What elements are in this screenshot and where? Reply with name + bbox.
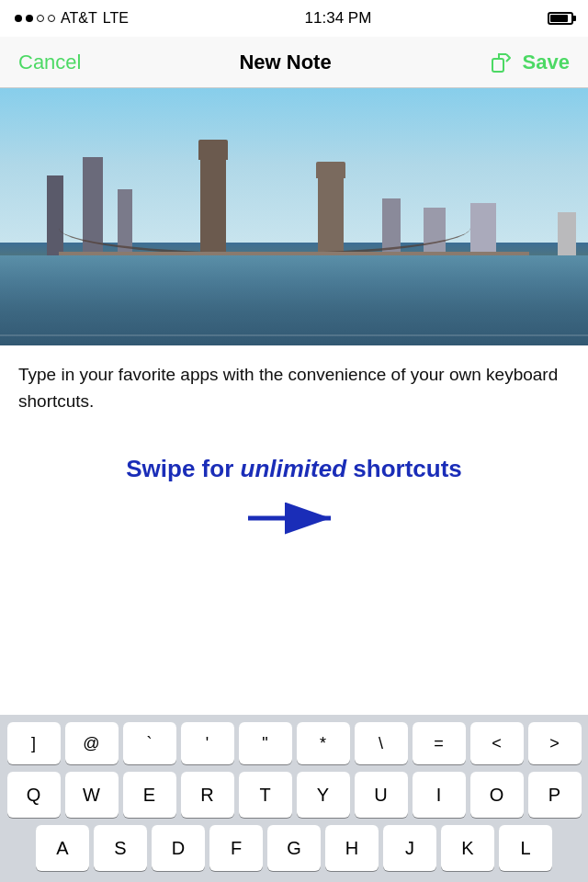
- key-d[interactable]: D: [152, 825, 205, 871]
- status-right: [548, 12, 573, 25]
- share-icon[interactable]: [490, 50, 515, 75]
- key-p[interactable]: P: [528, 772, 582, 818]
- key-o[interactable]: O: [470, 772, 524, 818]
- key-q[interactable]: Q: [7, 772, 61, 818]
- key-j[interactable]: J: [383, 825, 436, 871]
- dot2: [26, 15, 33, 22]
- key-quote[interactable]: ": [239, 722, 292, 764]
- status-time: 11:34 PM: [305, 9, 372, 28]
- content-area: Type in your favorite apps with the conv…: [0, 88, 588, 555]
- page-title: New Note: [239, 51, 331, 74]
- battery-icon: [548, 12, 573, 25]
- keyboard-row-q: Q W E R T Y U I O P: [4, 772, 584, 818]
- key-i[interactable]: I: [413, 772, 466, 818]
- key-lessthan[interactable]: <: [470, 722, 524, 764]
- key-u[interactable]: U: [355, 772, 408, 818]
- key-e[interactable]: E: [123, 772, 176, 818]
- signal-dots: [15, 15, 55, 22]
- water: [0, 255, 588, 345]
- key-l[interactable]: L: [499, 825, 552, 871]
- key-apostrophe[interactable]: ': [181, 722, 234, 764]
- network-type: LTE: [103, 10, 129, 27]
- water-ripple: [0, 334, 588, 336]
- keyboard-symbol-row: ] @ ` ' " * \ = < >: [4, 722, 584, 764]
- swipe-text-before: Swipe for: [126, 455, 240, 482]
- dot4: [48, 15, 55, 22]
- key-bracket[interactable]: ]: [7, 722, 61, 764]
- key-at[interactable]: @: [65, 722, 119, 764]
- dot3: [37, 15, 44, 22]
- arrow-container: [18, 500, 570, 537]
- swipe-text: Swipe for unlimited shortcuts: [18, 455, 570, 483]
- swipe-text-after: shortcuts: [346, 455, 462, 482]
- status-left: AT&T LTE: [15, 10, 129, 27]
- building6: [470, 203, 496, 258]
- key-a[interactable]: A: [36, 825, 89, 871]
- svg-rect-0: [492, 59, 503, 72]
- right-arrow-icon: [239, 500, 349, 537]
- carrier-name: AT&T: [61, 10, 97, 27]
- status-bar: AT&T LTE 11:34 PM: [0, 0, 588, 37]
- battery-fill: [550, 15, 568, 22]
- bridge-image: [0, 88, 588, 345]
- key-k[interactable]: K: [441, 825, 494, 871]
- key-t[interactable]: T: [239, 772, 292, 818]
- key-w[interactable]: W: [65, 772, 119, 818]
- key-h[interactable]: H: [325, 825, 379, 871]
- cancel-button[interactable]: Cancel: [18, 51, 81, 74]
- nav-bar: Cancel New Note Save: [0, 37, 588, 88]
- key-greaterthan[interactable]: >: [528, 722, 582, 764]
- key-asterisk[interactable]: *: [297, 722, 350, 764]
- nav-right-actions: Save: [490, 50, 570, 75]
- bridge-cable: [59, 200, 470, 255]
- swipe-section: Swipe for unlimited shortcuts: [0, 427, 588, 555]
- keyboard-row-a: A S D F G H J K L: [4, 825, 584, 871]
- building7: [558, 212, 576, 258]
- save-button[interactable]: Save: [523, 51, 570, 74]
- key-s[interactable]: S: [94, 825, 147, 871]
- key-f[interactable]: F: [209, 825, 263, 871]
- key-y[interactable]: Y: [297, 772, 350, 818]
- dot1: [15, 15, 22, 22]
- key-backslash[interactable]: \: [355, 722, 408, 764]
- key-r[interactable]: R: [181, 772, 234, 818]
- key-equals[interactable]: =: [413, 722, 466, 764]
- keyboard: ] @ ` ' " * \ = < > Q W E R T Y U I O P …: [0, 715, 588, 882]
- key-g[interactable]: G: [267, 825, 321, 871]
- swipe-text-italic: unlimited: [241, 455, 347, 482]
- description-text: Type in your favorite apps with the conv…: [0, 345, 588, 427]
- key-backtick[interactable]: `: [123, 722, 176, 764]
